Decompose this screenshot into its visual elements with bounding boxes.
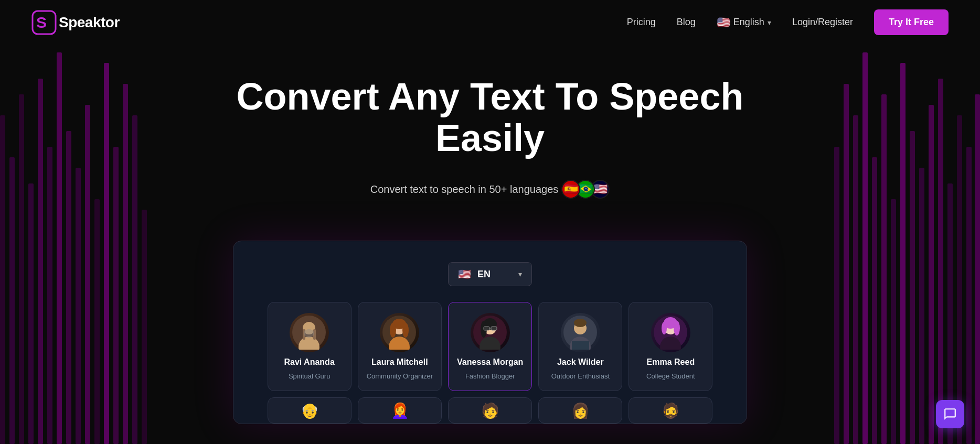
navbar: S Speaktor Pricing Blog 🇺🇸 English ▾ Log… — [0, 0, 980, 45]
svg-point-45 — [402, 323, 409, 338]
lang-flag-icon: 🇺🇸 — [717, 16, 730, 29]
voice-card-laura[interactable]: Laura Mitchell Community Organizer — [358, 302, 442, 391]
voice-name-vanessa: Vanessa Morgan — [457, 358, 523, 367]
chat-support-button[interactable] — [936, 400, 964, 428]
voice-grid: Ravi Ananda Spiritual Guru Laura Mitchel… — [249, 302, 731, 391]
voice-card-partial-5: 🧔 — [629, 397, 712, 424]
voice-card-vanessa[interactable]: Vanessa Morgan Fashion Blogger — [448, 302, 532, 391]
voice-name-ravi: Ravi Ananda — [284, 358, 334, 367]
logo-icon: S — [31, 10, 57, 35]
voice-name-laura: Laura Mitchell — [371, 358, 428, 367]
app-lang-flag: 🇺🇸 — [458, 268, 471, 280]
voice-card-partial-2: 👩‍🦰 — [358, 397, 442, 424]
avatar-laura — [380, 313, 419, 352]
voice-grid-row2: 👴 👩‍🦰 🧑 👩 🧔 — [249, 397, 731, 424]
language-label: English — [733, 17, 764, 28]
voice-role-laura: Community Organizer — [367, 372, 433, 380]
svg-rect-51 — [484, 327, 489, 330]
hero-subtitle: Convert text to speech in 50+ languages … — [10, 180, 970, 199]
hero-section: Convert Any Text To Speech Easily Conver… — [0, 45, 980, 241]
voice-role-vanessa: Fashion Blogger — [465, 372, 515, 380]
nav-login[interactable]: Login/Register — [792, 17, 853, 28]
logo-text: Speaktor — [59, 14, 120, 31]
nav-pricing[interactable]: Pricing — [627, 17, 656, 28]
app-lang-chevron: ▾ — [518, 270, 522, 278]
voice-card-partial-3: 🧑 — [448, 397, 532, 424]
svg-text:S: S — [36, 14, 47, 31]
svg-point-44 — [390, 323, 396, 338]
language-selector[interactable]: 🇺🇸 English ▾ — [717, 16, 771, 29]
avatar-jack — [561, 313, 600, 352]
voice-role-emma: College Student — [646, 372, 695, 380]
app-lang-dropdown[interactable]: 🇺🇸 EN ▾ — [448, 262, 532, 286]
logo[interactable]: S Speaktor — [31, 10, 120, 35]
voice-name-emma: Emma Reed — [647, 358, 695, 367]
nav-links: Pricing Blog 🇺🇸 English ▾ Login/Register… — [627, 9, 949, 35]
svg-point-39 — [304, 329, 314, 338]
try-it-free-button[interactable]: Try It Free — [874, 9, 949, 35]
svg-rect-52 — [491, 327, 497, 330]
flag-es: 🇪🇸 — [561, 180, 580, 199]
app-card: 🇺🇸 EN ▾ Ravi Ananda Spiritual Guru — [233, 241, 747, 424]
voice-name-jack: Jack Wilder — [557, 358, 604, 367]
app-lang-label: EN — [477, 269, 512, 280]
subtitle-text: Convert text to speech in 50+ languages — [370, 183, 559, 196]
voice-card-partial-1: 👴 — [268, 397, 351, 424]
avatar-emma — [651, 313, 690, 352]
voice-card-ravi[interactable]: Ravi Ananda Spiritual Guru — [268, 302, 351, 391]
svg-rect-58 — [572, 341, 589, 350]
avatar-ravi — [290, 313, 329, 352]
voice-role-jack: Outdoor Enthusiast — [551, 372, 610, 380]
voice-card-emma[interactable]: Emma Reed College Student — [629, 302, 712, 391]
voice-role-ravi: Spiritual Guru — [289, 372, 330, 380]
voice-card-partial-4: 👩 — [538, 397, 622, 424]
svg-point-57 — [574, 319, 587, 327]
flag-group: 🇪🇸 🇧🇷 🇺🇸 — [566, 180, 610, 199]
hero-title: Convert Any Text To Speech Easily — [201, 76, 779, 159]
svg-rect-15 — [142, 210, 147, 444]
svg-point-63 — [674, 321, 680, 335]
nav-blog[interactable]: Blog — [677, 17, 696, 28]
svg-point-64 — [662, 322, 667, 334]
voice-card-jack[interactable]: Jack Wilder Outdoor Enthusiast — [538, 302, 622, 391]
avatar-vanessa — [471, 313, 510, 352]
chevron-down-icon: ▾ — [768, 18, 771, 27]
